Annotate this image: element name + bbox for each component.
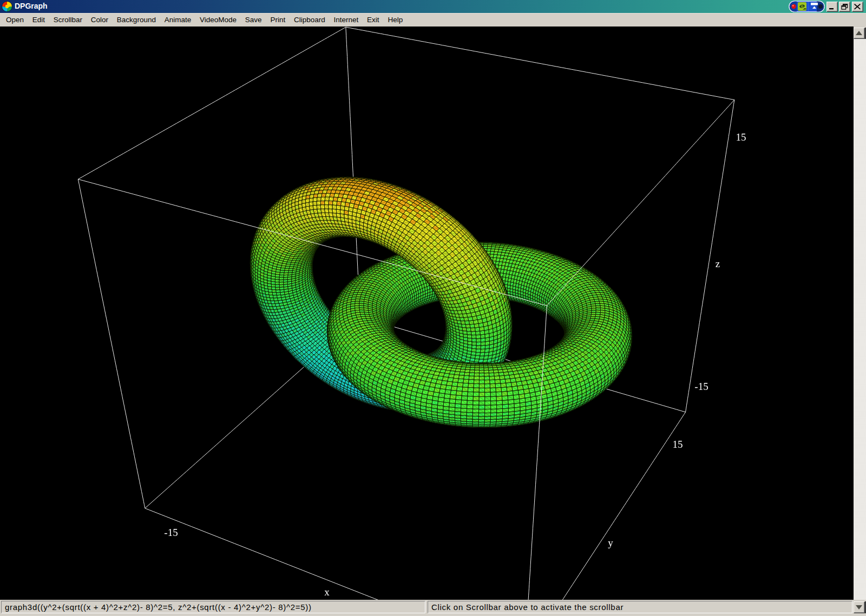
- menu-edit[interactable]: Edit: [28, 14, 49, 27]
- menu-save[interactable]: Save: [241, 14, 266, 27]
- menu-open[interactable]: Open: [2, 14, 28, 27]
- menu-internet[interactable]: Internet: [330, 14, 363, 27]
- restore-button[interactable]: [839, 2, 850, 12]
- menu-background[interactable]: Background: [113, 14, 160, 27]
- close-button[interactable]: [852, 2, 863, 12]
- scrollbar-track[interactable]: [854, 38, 866, 601]
- restore-icon: [841, 4, 848, 10]
- menu-bar: Open Edit Scrollbar Color Background Ani…: [0, 13, 866, 27]
- title-bar: DPGraph: [0, 0, 866, 13]
- nvidia-tray-widget[interactable]: [789, 1, 825, 12]
- menu-scrollbar[interactable]: Scrollbar: [49, 14, 87, 27]
- status-bar: graph3d((y^2+(sqrt((x + 4)^2+z^2)- 8)^2=…: [0, 600, 866, 616]
- menu-exit[interactable]: Exit: [363, 14, 383, 27]
- scrollbar-down-button[interactable]: [854, 601, 865, 613]
- window-title: DPGraph: [15, 2, 48, 10]
- close-icon: [854, 4, 861, 10]
- up-arrow-icon: [856, 31, 862, 35]
- minimize-button[interactable]: [826, 2, 838, 12]
- menu-clipboard[interactable]: Clipboard: [290, 14, 330, 27]
- graph3d-canvas[interactable]: [0, 27, 854, 600]
- menu-color[interactable]: Color: [87, 14, 113, 27]
- menu-print[interactable]: Print: [266, 14, 290, 27]
- scrollbar-up-button[interactable]: [854, 28, 865, 39]
- plot-area: [0, 27, 854, 600]
- minimize-icon: [829, 4, 836, 10]
- down-arrow-icon: [856, 605, 862, 610]
- menu-videomode[interactable]: VideoMode: [195, 14, 241, 27]
- app-icon: [2, 1, 12, 12]
- menu-animate[interactable]: Animate: [160, 14, 195, 27]
- menu-help[interactable]: Help: [384, 14, 408, 27]
- dpgraph-window: DPGraph: [0, 0, 866, 616]
- status-equation: graph3d((y^2+(sqrt((x + 4)^2+z^2)- 8)^2=…: [1, 601, 425, 613]
- status-hint: Click on Scrollbar above to activate the…: [428, 601, 852, 613]
- vertical-scrollbar[interactable]: [854, 27, 866, 613]
